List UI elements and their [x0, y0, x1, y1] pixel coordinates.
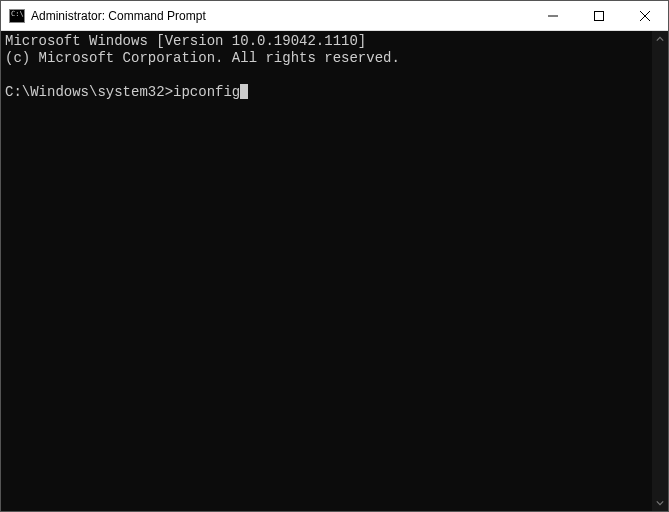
scroll-down-button[interactable] — [652, 495, 668, 511]
chevron-down-icon — [656, 499, 664, 507]
terminal-area: Microsoft Windows [Version 10.0.19042.11… — [1, 31, 668, 511]
svg-rect-1 — [595, 11, 604, 20]
version-line: Microsoft Windows [Version 10.0.19042.11… — [5, 33, 366, 49]
window-controls — [530, 1, 668, 30]
maximize-button[interactable] — [576, 1, 622, 30]
copyright-line: (c) Microsoft Corporation. All rights re… — [5, 50, 400, 66]
minimize-button[interactable] — [530, 1, 576, 30]
close-icon — [640, 11, 650, 21]
titlebar[interactable]: Administrator: Command Prompt — [1, 1, 668, 31]
close-button[interactable] — [622, 1, 668, 30]
maximize-icon — [594, 11, 604, 21]
text-cursor — [240, 84, 248, 99]
scrollbar[interactable] — [652, 31, 668, 511]
command-prompt-window: Administrator: Command Prompt Microsoft — [0, 0, 669, 512]
command-text: ipconfig — [173, 84, 240, 100]
prompt-text: C:\Windows\system32> — [5, 84, 173, 100]
app-icon — [9, 9, 25, 23]
minimize-icon — [548, 11, 558, 21]
scroll-up-button[interactable] — [652, 31, 668, 47]
window-title: Administrator: Command Prompt — [31, 9, 530, 23]
terminal-output[interactable]: Microsoft Windows [Version 10.0.19042.11… — [1, 31, 652, 511]
chevron-up-icon — [656, 35, 664, 43]
